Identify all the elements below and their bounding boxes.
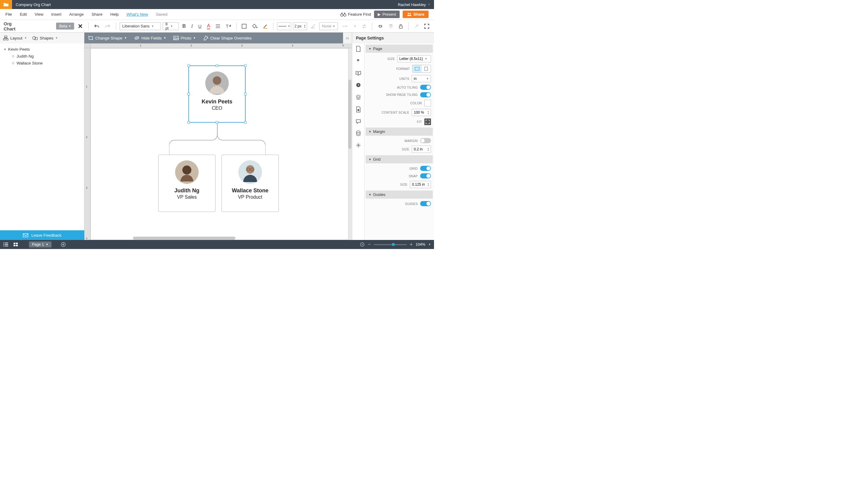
font-family-select[interactable]: Liberation Sans▼: [120, 22, 161, 30]
italic-button[interactable]: I: [190, 22, 195, 30]
line-width-input[interactable]: 2 px▴▾: [293, 22, 307, 30]
swap-button[interactable]: [360, 23, 368, 29]
arrow-start-select[interactable]: None▼: [319, 22, 338, 30]
collapse-right-strip[interactable]: ››: [343, 32, 352, 43]
zoom-out-button[interactable]: −: [368, 242, 370, 247]
canvas[interactable]: 1 2 3 4 5 1 2 3 4 Kevin Peets CEO: [84, 43, 352, 240]
org-card-ceo[interactable]: Kevin Peets CEO: [188, 65, 246, 123]
line-style-select[interactable]: ▼: [277, 22, 291, 30]
presentation-icon[interactable]: [356, 71, 361, 76]
data-icon[interactable]: [356, 131, 361, 136]
section-page[interactable]: ▼Page: [365, 44, 433, 53]
redo-button[interactable]: [103, 23, 112, 29]
selection-handle[interactable]: [244, 65, 246, 67]
add-page-button[interactable]: [61, 242, 66, 247]
margin-toggle[interactable]: [420, 138, 431, 143]
section-grid[interactable]: ▼Grid: [365, 155, 433, 163]
actions-icon[interactable]: [356, 143, 361, 148]
selection-handle[interactable]: [216, 65, 218, 67]
font-size-select[interactable]: 8 pt▼: [163, 22, 179, 30]
layout-dropdown[interactable]: Layout▼: [3, 36, 27, 40]
line-angle-button[interactable]: [309, 23, 317, 30]
align-button[interactable]: [214, 23, 222, 29]
selection-handle[interactable]: [244, 93, 246, 95]
photo-dropdown[interactable]: Photo▼: [173, 36, 196, 40]
selection-handle[interactable]: [187, 65, 190, 67]
history-icon[interactable]: [356, 82, 361, 88]
menu-share[interactable]: Share: [92, 12, 103, 16]
page-surface[interactable]: Kevin Peets CEO Judith Ng VP Sales: [90, 48, 348, 240]
menu-help[interactable]: Help: [110, 12, 119, 16]
present-button[interactable]: ▶ Present: [374, 11, 400, 18]
menu-view[interactable]: View: [35, 12, 43, 16]
menu-edit[interactable]: Edit: [20, 12, 27, 16]
tree-root[interactable]: ▼ Kevin Peets: [4, 46, 80, 53]
clear-overrides-button[interactable]: Clear Shape Overrides: [203, 36, 252, 40]
close-panel-button[interactable]: ✕: [76, 22, 85, 31]
share-button[interactable]: Share: [403, 11, 429, 18]
selection-handle[interactable]: [187, 93, 190, 95]
tree-child[interactable]: Judith Ng: [4, 53, 80, 60]
page-size-select[interactable]: Letter (8.5x11)▼: [397, 55, 431, 62]
target-icon[interactable]: [360, 242, 365, 247]
menu-arrange[interactable]: Arrange: [69, 12, 84, 16]
feature-find[interactable]: Feature Find: [340, 12, 371, 16]
section-margin[interactable]: ▼Margin: [365, 128, 433, 136]
portrait-button[interactable]: [422, 65, 431, 73]
selection-handle[interactable]: [187, 121, 190, 123]
show-tiling-toggle[interactable]: [420, 92, 431, 97]
tree-child[interactable]: Wallace Stone: [4, 60, 80, 67]
guides-toggle[interactable]: [420, 201, 431, 206]
vertical-scrollbar[interactable]: [348, 80, 351, 149]
wrench-button[interactable]: [412, 23, 421, 30]
feedback-button[interactable]: Leave Feedback: [0, 230, 84, 240]
comment-icon[interactable]: [356, 119, 361, 124]
link-button[interactable]: [376, 23, 385, 29]
magnet-button[interactable]: [387, 23, 395, 30]
page-tab[interactable]: Page 1▼: [29, 241, 52, 248]
line-color-button[interactable]: [261, 23, 269, 30]
user-menu[interactable]: Rachel Hawkley ▼: [398, 2, 434, 7]
margin-size-input[interactable]: 0.2 in▴▾: [412, 146, 431, 153]
fit-button[interactable]: [424, 118, 431, 125]
zoom-slider[interactable]: [374, 244, 407, 245]
arrow-end-button[interactable]: [340, 24, 350, 29]
format-toggle[interactable]: [412, 65, 431, 73]
bold-button[interactable]: B: [181, 22, 188, 30]
content-scale-input[interactable]: 100 %▴▾: [412, 109, 431, 116]
section-guides[interactable]: ▼Guides: [365, 191, 433, 199]
theme-icon[interactable]: [356, 106, 361, 113]
snap-toggle[interactable]: [420, 173, 431, 179]
fullscreen-button[interactable]: [423, 23, 431, 30]
folder-icon[interactable]: [0, 0, 12, 9]
hide-fields-dropdown[interactable]: Hide Fields▼: [134, 36, 166, 40]
grid-size-input[interactable]: 0.125 in▴▾: [410, 181, 431, 188]
menu-whats-new[interactable]: What's New: [126, 12, 148, 16]
menu-file[interactable]: File: [5, 12, 12, 16]
beta-badge[interactable]: Beta ▼: [56, 23, 74, 29]
text-color-button[interactable]: A: [205, 22, 212, 30]
grid-view-icon[interactable]: [13, 243, 18, 247]
selection-handle[interactable]: [216, 121, 218, 123]
text-options-button[interactable]: T◢: [224, 22, 232, 30]
auto-tiling-toggle[interactable]: [420, 85, 431, 90]
lock-button[interactable]: [397, 23, 405, 30]
zoom-in-button[interactable]: +: [410, 242, 413, 247]
shapes-dropdown[interactable]: Shapes▼: [32, 36, 58, 40]
document-title[interactable]: Company Org Chart: [12, 2, 51, 7]
line-more-button[interactable]: ▼: [352, 24, 358, 29]
quote-icon[interactable]: ❞: [357, 58, 360, 64]
page-icon[interactable]: [356, 46, 361, 52]
border-button[interactable]: [240, 23, 248, 30]
org-card-vp-product[interactable]: Wallace Stone VP Product: [222, 155, 279, 212]
landscape-button[interactable]: [413, 65, 422, 73]
horizontal-scrollbar[interactable]: [133, 237, 236, 240]
underline-button[interactable]: U: [197, 22, 203, 30]
change-shape-dropdown[interactable]: Change Shape▼: [88, 36, 127, 40]
org-card-vp-sales[interactable]: Judith Ng VP Sales: [158, 155, 215, 212]
selection-handle[interactable]: [244, 121, 246, 123]
fill-button[interactable]: [250, 23, 259, 30]
chevron-down-icon[interactable]: ▼: [428, 243, 431, 246]
undo-button[interactable]: [92, 23, 101, 29]
menu-insert[interactable]: Insert: [51, 12, 62, 16]
